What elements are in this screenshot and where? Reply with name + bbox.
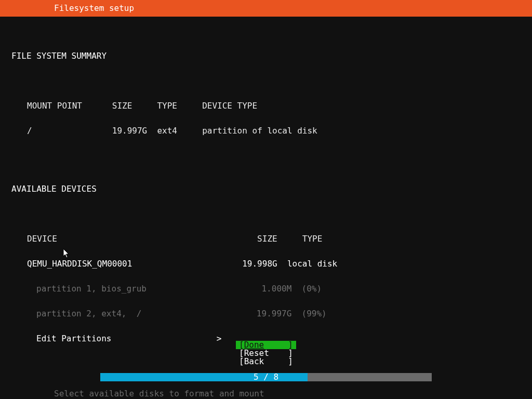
col-device-type: TYPE	[302, 234, 323, 244]
partition-desc: partition 2, ext4, /	[36, 309, 141, 318]
action-buttons: [Done] [Reset] [Back]	[0, 341, 532, 366]
file-system-summary-heading: FILE SYSTEM SUMMARY	[11, 52, 521, 60]
col-device: DEVICE TYPE	[202, 101, 257, 111]
available-devices-heading: AVAILABLE DEVICES	[11, 185, 521, 193]
col-device-size: SIZE	[257, 234, 277, 244]
summary-device: partition of local disk	[202, 126, 317, 136]
header-title: Filesystem setup	[54, 4, 134, 12]
disk-size: 19.998G	[242, 259, 277, 269]
main-panel: FILE SYSTEM SUMMARY MOUNT POINT SIZE TYP…	[0, 17, 532, 368]
summary-type: ext4	[157, 126, 177, 136]
summary-size: 19.997G	[112, 126, 147, 136]
col-device-name: DEVICE	[27, 234, 57, 244]
progress-bar: 5 / 8	[0, 373, 532, 382]
disk-type: local disk	[287, 259, 337, 269]
summary-row[interactable]: / 19.997G ext4 partition of local disk	[11, 127, 521, 135]
devices-columns: DEVICE SIZE TYPE	[11, 235, 521, 243]
partition-size: 19.997G	[257, 309, 291, 318]
summary-mount: /	[27, 126, 32, 136]
partition-row: partition 1, bios_grub 1.000M (0%)	[11, 285, 521, 293]
partition-desc: partition 1, bios_grub	[36, 284, 147, 294]
partition-pct: (0%)	[302, 284, 322, 294]
footer-hint: Select available disks to format and mou…	[0, 389, 532, 399]
col-mount: MOUNT POINT	[27, 101, 82, 111]
partition-row: partition 2, ext4, / 19.997G (99%)	[11, 310, 521, 318]
back-button[interactable]: [Back]	[236, 357, 296, 366]
installer-header: Filesystem setup	[0, 0, 532, 17]
col-type: TYPE	[157, 101, 177, 111]
partition-size: 1.000M	[261, 284, 291, 294]
footer-text: Select available disks to format and mou…	[54, 390, 264, 398]
summary-columns: MOUNT POINT SIZE TYPE DEVICE TYPE	[11, 102, 521, 110]
partition-pct: (99%)	[302, 309, 327, 318]
disk-name: QEMU_HARDDISK_QM00001	[27, 259, 132, 269]
col-size: SIZE	[112, 101, 132, 111]
progress-label: 5 / 8	[100, 373, 432, 381]
disk-row[interactable]: QEMU_HARDDISK_QM00001 19.998G local disk	[11, 260, 521, 268]
